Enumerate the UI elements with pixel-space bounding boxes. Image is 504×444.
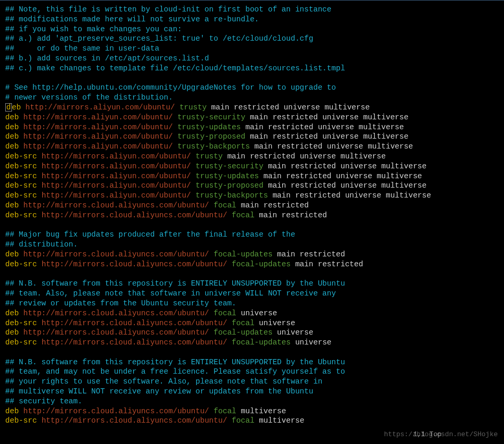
cursor: d [5,103,12,112]
comment-line: ## review or updates from the Ubuntu sec… [5,299,499,309]
apt-source-line: deb-src http://mirrors.aliyun.com/ubuntu… [5,191,499,201]
apt-source-line: deb http://mirrors.aliyun.com/ubuntu/ tr… [5,132,499,142]
comment-line: ## team, and may not be under a free lic… [5,367,499,377]
editor-content[interactable]: ## Note, this file is written by cloud-i… [5,5,499,426]
apt-source-line: deb-src http://mirrors.cloud.aliyuncs.co… [5,416,499,426]
comment-line: ## modifications made here will not surv… [5,15,499,24]
comment-line: ## N.B. software from this repository is… [5,357,499,367]
blank-line [5,220,499,230]
apt-source-line: deb-src http://mirrors.aliyun.com/ubuntu… [5,162,499,171]
apt-source-line: deb-src http://mirrors.cloud.aliyuncs.co… [5,318,499,328]
blank-line [5,73,499,83]
apt-source-line: deb-src http://mirrors.cloud.aliyuncs.co… [5,260,499,269]
comment-line: ## Note, this file is written by cloud-i… [5,5,499,15]
comment-line: # See http://help.ubuntu.com/community/U… [5,83,499,93]
comment-line: ## team. Also, please note that software… [5,289,499,299]
comment-line: ## c.) make changes to template file /et… [5,64,499,73]
comment-line: ## if you wish to make changes you can: [5,24,499,34]
comment-line: ## N.B. software from this repository is… [5,279,499,289]
blank-line [5,269,499,279]
comment-line: ## or do the same in user-data [5,44,499,54]
apt-source-line: deb http://mirrors.cloud.aliyuncs.com/ub… [5,201,499,211]
blank-line [5,348,499,357]
comment-line: # newer versions of the distribution. [5,93,499,103]
comment-line: ## multiverse WILL NOT receive any revie… [5,387,499,397]
comment-line: ## a.) add 'apt_preserve_sources_list: t… [5,34,499,44]
watermark: https://blog.csdn.net/SHojke [384,430,498,440]
comment-line: ## distribution. [5,240,499,250]
apt-source-line: deb http://mirrors.aliyun.com/ubuntu/ tr… [5,122,499,132]
apt-source-line: deb http://mirrors.aliyun.com/ubuntu/ tr… [5,142,499,152]
apt-source-line: deb-src http://mirrors.aliyun.com/ubuntu… [5,152,499,162]
comment-line: ## b.) add sources in /etc/apt/sources.l… [5,54,499,64]
apt-source-line: deb-src http://mirrors.aliyun.com/ubuntu… [5,171,499,181]
apt-source-line: deb http://mirrors.cloud.aliyuncs.com/ub… [5,328,499,338]
apt-source-line: deb-src http://mirrors.aliyun.com/ubuntu… [5,181,499,191]
apt-source-line: deb-src http://mirrors.cloud.aliyuncs.co… [5,338,499,348]
apt-source-line: deb http://mirrors.cloud.aliyuncs.com/ub… [5,309,499,318]
comment-line: ## security team. [5,397,499,406]
apt-source-line: deb http://mirrors.cloud.aliyuncs.com/ub… [5,406,499,416]
apt-source-line: deb http://mirrors.cloud.aliyuncs.com/ub… [5,250,499,260]
apt-source-line: deb http://mirrors.aliyun.com/ubuntu/ tr… [5,113,499,122]
comment-line: ## Major bug fix updates produced after … [5,230,499,240]
apt-source-line: deb-src http://mirrors.cloud.aliyuncs.co… [5,211,499,220]
apt-source-line: deb http://mirrors.aliyun.com/ubuntu/ tr… [5,103,499,113]
comment-line: ## your rights to use the software. Also… [5,377,499,387]
